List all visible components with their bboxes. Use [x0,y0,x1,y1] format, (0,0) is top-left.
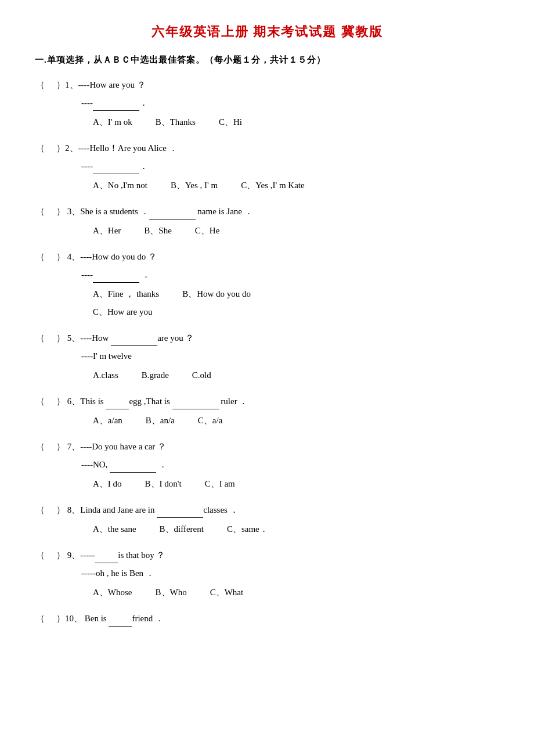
q2-blank [93,165,139,174]
question-5: （ ） 5、----How are you ？ ----I' m twelve … [35,330,499,383]
q6-option-b: B、an/a [146,413,175,429]
question-8: （ ） 8、Linda and Jane are in classes ． A、… [35,502,499,537]
q5-option-c: C.old [192,368,211,383]
question-6: （ ） 6、This is egg ,That is ruler ． A、a/a… [35,394,499,429]
q6-text: ） 6、This is egg ,That is ruler ． [48,394,248,409]
q8-text: ） 8、Linda and Jane are in classes ． [48,502,239,518]
q5-text: ） 5、----How are you ？ [48,330,194,346]
q6-blank1 [106,400,129,409]
q3-option-a: A、Her [93,223,121,239]
question-2: （ ）2、----Hello！Are you Alice ． ----． A、N… [35,141,499,193]
q6-paren: （ [35,394,45,409]
q4-option-c: C、How are you [93,307,152,316]
q4-paren: （ [35,249,45,265]
q9-options: A、Whose B、Who C、What [93,585,499,600]
q8-options: A、the sane B、different C、same． [93,521,499,537]
q9-answer: -----oh , he is Ben ． [81,566,499,581]
question-4: （ ） 4、----How do you do ？ ---- ． A、Fine … [35,249,499,320]
q3-text: ） 3、She is a students ． name is Jane ． [48,204,253,219]
q4-options-row2: C、How are you [93,304,499,320]
q5-option-a: A.class [93,368,118,383]
q7-option-a: A、I do [93,476,122,492]
q9-option-b: B、Who [156,585,187,600]
q9-paren: （ [35,548,45,563]
q7-text: ） 7、----Do you have a car ？ [48,439,166,455]
q9-option-c: C、What [210,585,244,600]
question-9: （ ） 9、-----is that boy ？ -----oh , he is… [35,548,499,600]
q2-option-b: B、Yes , I' m [171,178,218,193]
q4-options-row1: A、Fine ， thanks B、How do you do [93,286,499,302]
q3-option-c: C、He [195,223,220,239]
page-title: 六年级英语上册 期末考试试题 冀教版 [35,23,499,41]
q9-text: ） 9、-----is that boy ？ [48,548,165,563]
q5-blank [111,337,157,346]
q5-options: A.class B.grade C.old [93,368,499,383]
q8-paren: （ [35,502,45,518]
q6-option-c: C、a/a [198,413,223,429]
section1-header: 一.单项选择，从ＡＢＣ中选出最佳答案。（每小题１分，共计１５分） [35,55,499,66]
q1-option-b: B、Thanks [156,114,196,130]
q1-answer: ----． [81,95,499,111]
q3-blank [149,210,196,219]
question-7: （ ） 7、----Do you have a car ？ ----NO, ． … [35,439,499,492]
q5-option-b: B.grade [142,368,169,383]
q8-option-c: C、same． [227,521,268,537]
q9-option-a: A、Whose [93,585,132,600]
q10-blank [109,617,132,627]
q1-blank [93,102,139,111]
q5-answer: ----I' m twelve [81,348,499,364]
q1-option-c: C、Hi [219,114,242,130]
q3-options: A、Her B、She C、He [93,223,499,239]
q1-options: A、I' m ok B、Thanks C、Hi [93,114,499,130]
q8-option-a: A、the sane [93,521,136,537]
q1-paren: （ [35,77,45,93]
question-10: （ ）10、 Ben is friend ． [35,611,499,627]
q10-paren: （ [35,611,45,627]
q7-paren: （ [35,439,45,455]
q2-options: A、No ,I'm not B、Yes , I' m C、Yes ,I' m K… [93,178,499,193]
q6-option-a: A、a/an [93,413,122,429]
q4-answer: ---- ． [81,267,499,283]
q2-paren: （ [35,141,45,156]
q5-paren: （ [35,330,45,346]
q3-paren: （ [35,204,45,219]
question-3: （ ） 3、She is a students ． name is Jane ．… [35,204,499,239]
q10-text: ）10、 Ben is friend ． [48,611,164,627]
q1-option-a: A、I' m ok [93,114,132,130]
q4-blank [93,273,139,283]
q1-number: ）1、----How are you ？ [48,77,146,93]
q4-option-a: A、Fine ， thanks [93,286,159,302]
q8-blank [157,509,203,518]
q7-option-c: C、I am [205,476,235,492]
q2-answer: ----． [81,159,499,174]
q7-options: A、I do B、I don't C、I am [93,476,499,492]
q9-blank [95,554,118,563]
q2-option-c: C、Yes ,I' m Kate [241,178,305,193]
question-1: （ ）1、----How are you ？ ----． A、I' m ok B… [35,77,499,130]
q7-blank [110,463,156,473]
q3-option-b: B、She [144,223,172,239]
q7-answer: ----NO, ． [81,457,499,473]
q4-text: ） 4、----How do you do ？ [48,249,157,265]
q7-option-b: B、I don't [145,476,182,492]
q8-option-b: B、different [160,521,204,537]
q4-option-b: B、How do you do [182,286,251,302]
q6-blank2 [172,400,219,409]
q2-option-a: A、No ,I'm not [93,178,147,193]
q6-options: A、a/an B、an/a C、a/a [93,413,499,429]
q2-number: ）2、----Hello！Are you Alice ． [48,141,178,156]
